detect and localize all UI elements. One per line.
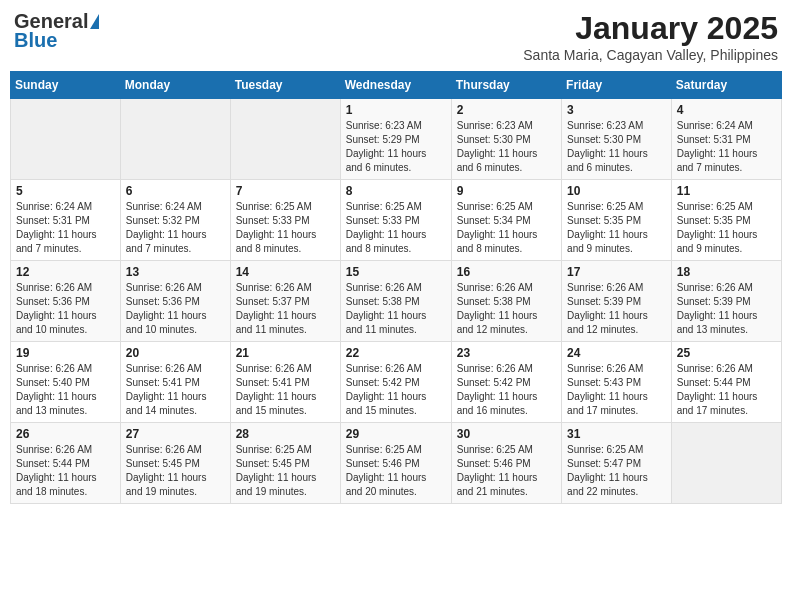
calendar-cell <box>120 99 230 180</box>
day-number: 18 <box>677 265 776 279</box>
calendar-cell: 11Sunrise: 6:25 AMSunset: 5:35 PMDayligh… <box>671 180 781 261</box>
calendar-cell: 1Sunrise: 6:23 AMSunset: 5:29 PMDaylight… <box>340 99 451 180</box>
calendar-cell <box>671 423 781 504</box>
day-number: 28 <box>236 427 335 441</box>
day-number: 7 <box>236 184 335 198</box>
day-number: 14 <box>236 265 335 279</box>
weekday-header-friday: Friday <box>562 72 672 99</box>
calendar-table: SundayMondayTuesdayWednesdayThursdayFrid… <box>10 71 782 504</box>
day-info: Sunrise: 6:26 AMSunset: 5:43 PMDaylight:… <box>567 362 666 418</box>
calendar-cell: 26Sunrise: 6:26 AMSunset: 5:44 PMDayligh… <box>11 423 121 504</box>
day-info: Sunrise: 6:26 AMSunset: 5:41 PMDaylight:… <box>236 362 335 418</box>
day-info: Sunrise: 6:26 AMSunset: 5:38 PMDaylight:… <box>457 281 556 337</box>
day-info: Sunrise: 6:26 AMSunset: 5:45 PMDaylight:… <box>126 443 225 499</box>
day-info: Sunrise: 6:25 AMSunset: 5:33 PMDaylight:… <box>236 200 335 256</box>
day-info: Sunrise: 6:24 AMSunset: 5:31 PMDaylight:… <box>677 119 776 175</box>
calendar-week-3: 12Sunrise: 6:26 AMSunset: 5:36 PMDayligh… <box>11 261 782 342</box>
calendar-cell: 27Sunrise: 6:26 AMSunset: 5:45 PMDayligh… <box>120 423 230 504</box>
weekday-header-row: SundayMondayTuesdayWednesdayThursdayFrid… <box>11 72 782 99</box>
day-number: 29 <box>346 427 446 441</box>
calendar-cell: 25Sunrise: 6:26 AMSunset: 5:44 PMDayligh… <box>671 342 781 423</box>
calendar-week-5: 26Sunrise: 6:26 AMSunset: 5:44 PMDayligh… <box>11 423 782 504</box>
calendar-cell: 12Sunrise: 6:26 AMSunset: 5:36 PMDayligh… <box>11 261 121 342</box>
day-info: Sunrise: 6:25 AMSunset: 5:46 PMDaylight:… <box>346 443 446 499</box>
day-info: Sunrise: 6:23 AMSunset: 5:30 PMDaylight:… <box>457 119 556 175</box>
calendar-cell: 14Sunrise: 6:26 AMSunset: 5:37 PMDayligh… <box>230 261 340 342</box>
calendar-cell: 28Sunrise: 6:25 AMSunset: 5:45 PMDayligh… <box>230 423 340 504</box>
calendar-cell: 15Sunrise: 6:26 AMSunset: 5:38 PMDayligh… <box>340 261 451 342</box>
day-number: 5 <box>16 184 115 198</box>
logo: General Blue <box>14 10 99 52</box>
day-info: Sunrise: 6:23 AMSunset: 5:29 PMDaylight:… <box>346 119 446 175</box>
calendar-cell: 18Sunrise: 6:26 AMSunset: 5:39 PMDayligh… <box>671 261 781 342</box>
weekday-header-wednesday: Wednesday <box>340 72 451 99</box>
day-number: 31 <box>567 427 666 441</box>
day-info: Sunrise: 6:25 AMSunset: 5:46 PMDaylight:… <box>457 443 556 499</box>
day-info: Sunrise: 6:26 AMSunset: 5:42 PMDaylight:… <box>346 362 446 418</box>
calendar-cell: 24Sunrise: 6:26 AMSunset: 5:43 PMDayligh… <box>562 342 672 423</box>
day-info: Sunrise: 6:24 AMSunset: 5:32 PMDaylight:… <box>126 200 225 256</box>
calendar-cell: 21Sunrise: 6:26 AMSunset: 5:41 PMDayligh… <box>230 342 340 423</box>
day-number: 3 <box>567 103 666 117</box>
day-number: 26 <box>16 427 115 441</box>
day-info: Sunrise: 6:24 AMSunset: 5:31 PMDaylight:… <box>16 200 115 256</box>
page-header: General Blue January 2025 Santa Maria, C… <box>10 10 782 63</box>
day-info: Sunrise: 6:26 AMSunset: 5:38 PMDaylight:… <box>346 281 446 337</box>
logo-triangle-icon <box>90 14 99 29</box>
day-info: Sunrise: 6:26 AMSunset: 5:40 PMDaylight:… <box>16 362 115 418</box>
day-info: Sunrise: 6:26 AMSunset: 5:44 PMDaylight:… <box>677 362 776 418</box>
day-number: 24 <box>567 346 666 360</box>
day-info: Sunrise: 6:26 AMSunset: 5:37 PMDaylight:… <box>236 281 335 337</box>
calendar-cell: 3Sunrise: 6:23 AMSunset: 5:30 PMDaylight… <box>562 99 672 180</box>
day-number: 4 <box>677 103 776 117</box>
day-number: 1 <box>346 103 446 117</box>
weekday-header-sunday: Sunday <box>11 72 121 99</box>
day-number: 2 <box>457 103 556 117</box>
calendar-cell: 20Sunrise: 6:26 AMSunset: 5:41 PMDayligh… <box>120 342 230 423</box>
day-number: 21 <box>236 346 335 360</box>
day-info: Sunrise: 6:25 AMSunset: 5:47 PMDaylight:… <box>567 443 666 499</box>
day-info: Sunrise: 6:26 AMSunset: 5:36 PMDaylight:… <box>16 281 115 337</box>
day-info: Sunrise: 6:25 AMSunset: 5:35 PMDaylight:… <box>677 200 776 256</box>
calendar-cell: 30Sunrise: 6:25 AMSunset: 5:46 PMDayligh… <box>451 423 561 504</box>
day-info: Sunrise: 6:23 AMSunset: 5:30 PMDaylight:… <box>567 119 666 175</box>
day-number: 16 <box>457 265 556 279</box>
day-number: 11 <box>677 184 776 198</box>
day-info: Sunrise: 6:25 AMSunset: 5:35 PMDaylight:… <box>567 200 666 256</box>
day-info: Sunrise: 6:26 AMSunset: 5:41 PMDaylight:… <box>126 362 225 418</box>
calendar-week-4: 19Sunrise: 6:26 AMSunset: 5:40 PMDayligh… <box>11 342 782 423</box>
weekday-header-thursday: Thursday <box>451 72 561 99</box>
calendar-cell: 8Sunrise: 6:25 AMSunset: 5:33 PMDaylight… <box>340 180 451 261</box>
calendar-cell: 23Sunrise: 6:26 AMSunset: 5:42 PMDayligh… <box>451 342 561 423</box>
logo-blue-text: Blue <box>14 29 57 52</box>
day-info: Sunrise: 6:25 AMSunset: 5:34 PMDaylight:… <box>457 200 556 256</box>
calendar-cell: 10Sunrise: 6:25 AMSunset: 5:35 PMDayligh… <box>562 180 672 261</box>
day-info: Sunrise: 6:26 AMSunset: 5:44 PMDaylight:… <box>16 443 115 499</box>
day-number: 25 <box>677 346 776 360</box>
day-number: 9 <box>457 184 556 198</box>
day-number: 6 <box>126 184 225 198</box>
day-number: 22 <box>346 346 446 360</box>
weekday-header-tuesday: Tuesday <box>230 72 340 99</box>
calendar-week-1: 1Sunrise: 6:23 AMSunset: 5:29 PMDaylight… <box>11 99 782 180</box>
weekday-header-monday: Monday <box>120 72 230 99</box>
calendar-cell: 16Sunrise: 6:26 AMSunset: 5:38 PMDayligh… <box>451 261 561 342</box>
calendar-cell <box>11 99 121 180</box>
day-info: Sunrise: 6:26 AMSunset: 5:36 PMDaylight:… <box>126 281 225 337</box>
title-area: January 2025 Santa Maria, Cagayan Valley… <box>523 10 778 63</box>
day-info: Sunrise: 6:25 AMSunset: 5:45 PMDaylight:… <box>236 443 335 499</box>
calendar-cell: 29Sunrise: 6:25 AMSunset: 5:46 PMDayligh… <box>340 423 451 504</box>
calendar-cell: 5Sunrise: 6:24 AMSunset: 5:31 PMDaylight… <box>11 180 121 261</box>
day-number: 30 <box>457 427 556 441</box>
day-number: 23 <box>457 346 556 360</box>
calendar-cell: 19Sunrise: 6:26 AMSunset: 5:40 PMDayligh… <box>11 342 121 423</box>
day-info: Sunrise: 6:26 AMSunset: 5:39 PMDaylight:… <box>677 281 776 337</box>
day-info: Sunrise: 6:26 AMSunset: 5:42 PMDaylight:… <box>457 362 556 418</box>
calendar-cell: 17Sunrise: 6:26 AMSunset: 5:39 PMDayligh… <box>562 261 672 342</box>
day-number: 20 <box>126 346 225 360</box>
month-title: January 2025 <box>523 10 778 47</box>
calendar-cell: 4Sunrise: 6:24 AMSunset: 5:31 PMDaylight… <box>671 99 781 180</box>
calendar-cell: 9Sunrise: 6:25 AMSunset: 5:34 PMDaylight… <box>451 180 561 261</box>
calendar-cell <box>230 99 340 180</box>
weekday-header-saturday: Saturday <box>671 72 781 99</box>
